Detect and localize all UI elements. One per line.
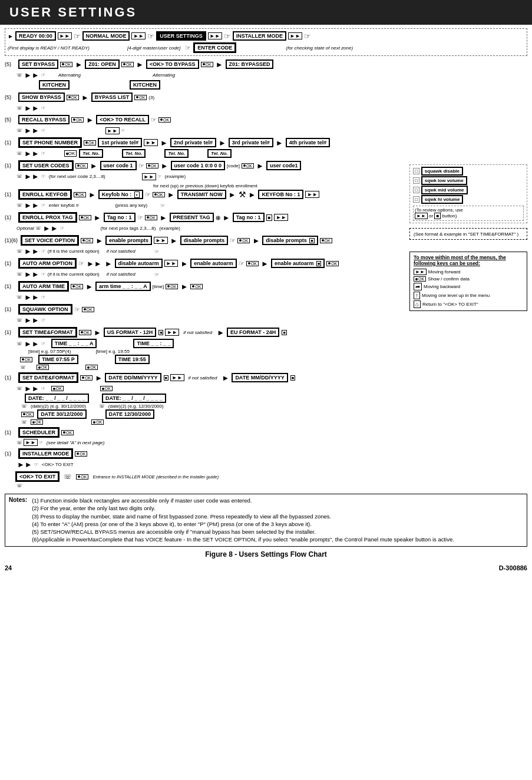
arr-2: ► xyxy=(136,60,144,69)
disable-prompts-box: disable prompts xyxy=(180,236,229,245)
date-blank-dd: DATE: _ _ / _ _ / _ _ _ _ xyxy=(25,394,89,403)
date-blank-mm: DATE: _ _ / _ _ / _ _ _ _ xyxy=(102,394,166,403)
kitchen-box-2: KITCHEN xyxy=(130,80,160,90)
ok-to-exit-row: <OK> TO EXIT ☏ OK Entrance to INSTALLER … xyxy=(15,471,406,482)
user-codes-row: (1) SET USER CODES OK ► user code 1 ☞ OK… xyxy=(5,160,406,171)
time-format-num: (1) xyxy=(5,329,15,335)
sqwk-low-item: □ sqwk low volume xyxy=(413,176,524,185)
voice-if-not: if not satisfied xyxy=(107,249,136,254)
iok-tf3: OK xyxy=(37,365,49,370)
scheduler-see-detail: (see detail "A" in next page) xyxy=(47,440,105,445)
squawk-option-box: SQUAWK OPTION xyxy=(18,304,72,315)
iok-aa: OK xyxy=(246,261,259,266)
optional-label: Optional xyxy=(16,226,34,231)
sqwk-hi-item: □ sqwk hi volume xyxy=(413,195,524,204)
show-bypass-num: (5) xyxy=(5,94,15,100)
phone-row: (1) SET PHONE NUMBER OK 1st private tel#… xyxy=(5,137,406,148)
note-3: (3) Press to display the number, state a… xyxy=(32,513,454,520)
legend-confirm: OK Show / confirm data xyxy=(414,276,523,282)
bypass-num: (5) xyxy=(5,61,15,67)
user-code-entry-box: user code 1 0:0 0 0 xyxy=(171,161,226,170)
set-bypass-row: (5) SET BYPASS OK ► Z01: OPEN OK ► <OK> … xyxy=(5,58,406,70)
aa-if-current: (if it is the current option) xyxy=(48,272,100,277)
scheduler-row: (1) SCHEDULER OK xyxy=(5,427,406,438)
auto-arm-time-num: (1) xyxy=(5,283,15,289)
squawk-row: (1) SQUAWK OPTION ☞ OK xyxy=(5,303,406,315)
tel-no-2: Tel. No. xyxy=(122,149,146,158)
eu-format-box: EU FORMAT - 24H xyxy=(227,328,279,337)
date-sub-4: OK DATE 30/12/2000 DATE 12/30/2000 xyxy=(16,409,406,419)
legend-one-level: ↑ Moving one level up in the menu xyxy=(414,292,523,299)
disable-prompts-b-box: disable prompts ■ xyxy=(262,236,318,245)
prox-tag-num: (1) xyxy=(5,214,15,220)
voice-num: (1)(6) xyxy=(5,237,18,243)
show-bypass-sub: ☏►►☞ xyxy=(16,104,406,113)
auto-arm-option-box: AUTO ARM OPTION xyxy=(18,258,77,269)
ok-to-exit-sub: ☏ xyxy=(16,483,406,488)
iok-sc: OK xyxy=(61,430,74,435)
squawk-sub: ☏►►☞ xyxy=(16,316,406,325)
iok-vo3: OK xyxy=(320,238,332,243)
first-tel-box: 1st private tel# xyxy=(98,138,142,147)
keyfob-no-box: Keyfob No : • xyxy=(98,190,143,199)
us-format-box: US FORMAT - 12H xyxy=(104,328,156,337)
fwd-arrow-4: ►► xyxy=(288,32,302,39)
squawk-review-note: (To review options, use ►► or ■ button) xyxy=(413,206,524,221)
installer-mode-sub: ►►☞ <OK> TO EXIT xyxy=(16,460,406,469)
alternating-1: Alternating xyxy=(58,72,81,78)
z01-open-box: Z01: OPEN xyxy=(85,60,120,69)
bypass-kitchen-row: KITCHEN KITCHEN xyxy=(16,80,406,90)
tel-no-1: Tel. No. xyxy=(79,149,103,158)
recall-bypass-sub: ☏►►☞ ►► ☞ xyxy=(16,126,406,135)
installer-mode-item-num: (1) xyxy=(5,451,15,457)
time-us-box: TIME _ _ : _ _ A xyxy=(51,339,97,348)
sqwk-low-box: sqwk low volume xyxy=(421,176,467,185)
if-not-satisfied-tf: if not satisfied xyxy=(183,330,212,335)
second-tel-box: 2nd private tel# xyxy=(170,138,216,147)
code-bracket: [code] xyxy=(227,163,240,168)
legend-backward: ➦ Moving backward xyxy=(414,283,523,290)
iok-at: OK xyxy=(71,284,83,289)
iok-at3: OK xyxy=(190,284,203,289)
keyfob-no-1-box: KEYFOB No : 1 xyxy=(258,190,303,199)
installer-mode-item-row: (1) INSTALLER MODE OK xyxy=(5,448,406,460)
phone-num: (1) xyxy=(5,140,15,146)
if-not-satisfied-df: if not satisfied xyxy=(189,375,217,381)
alternating-2: Alternating xyxy=(153,72,175,78)
time-sub-1: ☏►►☞ TIME _ _ : _ _ A TIME _ _ : _ _ xyxy=(16,339,406,348)
iok-uc3: OK xyxy=(242,163,254,168)
set-user-codes-box: SET USER CODES xyxy=(18,160,74,171)
time-sub-2: [time] e.g. 07:55P(4) [time] e.g. 19:55 xyxy=(16,349,406,354)
iok-tf: OK xyxy=(79,330,91,335)
arr-3: ► xyxy=(216,60,223,69)
auto-arm-option-num: (1) xyxy=(5,260,15,266)
scheduler-sub: ☏►►☞ (see detail "A" in next page) xyxy=(16,439,406,446)
legend-title: To move within most of the menus, the fo… xyxy=(414,255,523,266)
keyfob-enrollment-note: for next (up) or previous (down) keyfob … xyxy=(5,183,406,189)
installer-mode-box: INSTALLER MODE xyxy=(233,31,286,41)
tag-no-1b-box: Tag no : 1 xyxy=(233,213,265,222)
keyfob-row: (1) ENROLL KEYFOB OK ► Keyfob No : • ☞ O… xyxy=(5,189,406,200)
squawk-disable-item: □ squawk disable xyxy=(413,167,524,176)
auto-arm-time-row: (1) AUTO ARM TIME OK ► arm time _ _ : _ … xyxy=(5,280,406,292)
iok-ph2: OK xyxy=(64,150,77,157)
note-2: (2) For the year, enter the only last tw… xyxy=(32,504,454,512)
iok-sq: OK xyxy=(82,307,94,312)
iok-2: OK xyxy=(121,62,134,67)
third-tel-box: 3rd private tel# xyxy=(229,138,273,147)
voice-if-current: (if it is the current option) xyxy=(48,249,100,254)
prox-tag-row: (1) ENROLL PROX TAG OK ► Tag no : 1 ☞ OK… xyxy=(5,211,406,223)
bypass-list-box: BYPASS LIST xyxy=(91,92,133,102)
time-07-55-box: TIME 07:55 P xyxy=(38,355,78,364)
tag-no-1-box: Tag no : 1 xyxy=(104,213,136,222)
iok-exit: OK xyxy=(76,474,88,480)
note-4: (4) To enter "A" (AM) press (or one of t… xyxy=(32,520,454,528)
time-format-row: (1) SET TIME&FORMAT OK ► US FORMAT - 12H… xyxy=(5,326,406,338)
legend-forward: ►► Moving forward xyxy=(414,269,523,275)
sqwk-hi-box: sqwk hi volume xyxy=(421,195,464,204)
start-arrow: ► xyxy=(8,33,14,39)
tel-no-3: Tel. No. xyxy=(164,149,189,158)
ok-to-recall-box: <OK> TO RECALL xyxy=(96,115,149,124)
iok-pt2: OK xyxy=(145,215,157,220)
iok-df: OK xyxy=(80,375,92,381)
